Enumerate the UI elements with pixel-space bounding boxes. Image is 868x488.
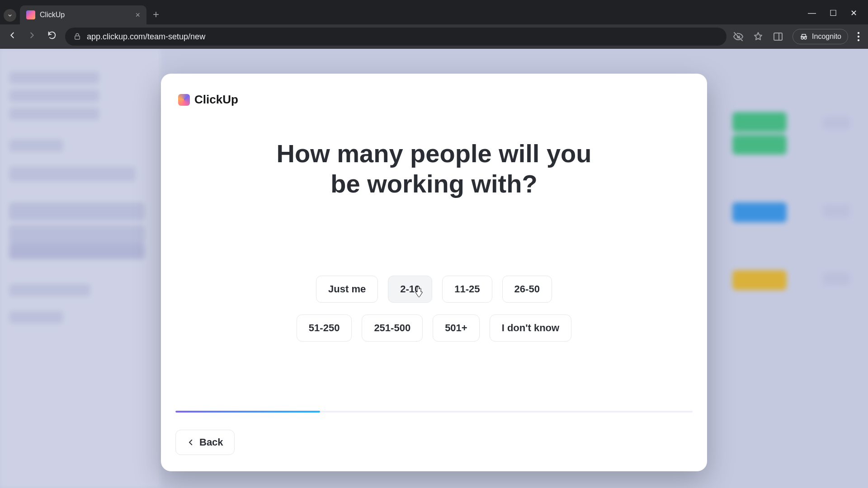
choice-51-250[interactable]: 51-250	[297, 314, 352, 342]
browser-tab[interactable]: ClickUp ×	[20, 5, 146, 24]
incognito-badge[interactable]: Incognito	[793, 29, 848, 44]
incognito-label: Incognito	[812, 33, 841, 41]
minimize-button[interactable]: —	[808, 8, 816, 18]
question-title: How many people will you be working with…	[262, 138, 606, 199]
maximize-button[interactable]: ☐	[830, 8, 837, 18]
star-icon[interactable]	[753, 31, 764, 42]
choice-26-50[interactable]: 26-50	[502, 276, 552, 303]
nav-forward-button[interactable]	[25, 30, 39, 43]
eye-off-icon[interactable]	[733, 31, 744, 42]
nav-back-button[interactable]	[5, 30, 19, 43]
chevron-left-icon	[187, 438, 195, 446]
choice-grid: Just me 2-10 11-25 26-50 51-250 251-500 …	[175, 276, 693, 342]
choice-2-10[interactable]: 2-10	[388, 276, 432, 303]
arrow-right-icon	[27, 30, 37, 40]
page-viewport: ClickUp How many people will you be work…	[0, 49, 868, 488]
close-tab-button[interactable]: ×	[135, 11, 140, 19]
onboarding-modal: ClickUp How many people will you be work…	[161, 74, 707, 471]
close-window-button[interactable]: ✕	[850, 8, 857, 18]
choice-row-2: 51-250 251-500 501+ I don't know	[297, 314, 571, 342]
browser-titlebar: ClickUp × + — ☐ ✕	[0, 0, 868, 24]
svg-rect-1	[774, 33, 782, 40]
choice-just-me[interactable]: Just me	[316, 276, 378, 303]
progress-fill	[175, 411, 320, 413]
site-info-icon[interactable]	[73, 33, 81, 41]
tab-search-button[interactable]	[4, 9, 16, 22]
choice-11-25[interactable]: 11-25	[442, 276, 492, 303]
window-controls: — ☐ ✕	[808, 8, 868, 24]
choice-dont-know[interactable]: I don't know	[490, 314, 571, 342]
incognito-icon	[799, 32, 808, 41]
brand: ClickUp	[178, 93, 693, 107]
reload-button[interactable]	[45, 30, 59, 43]
back-label: Back	[199, 436, 223, 448]
choice-row-1: Just me 2-10 11-25 26-50	[316, 276, 552, 303]
svg-rect-0	[75, 36, 80, 40]
browser-toolbar: app.clickup.com/team-setup/new Incognito	[0, 24, 868, 49]
url-text: app.clickup.com/team-setup/new	[87, 32, 205, 42]
chevron-down-icon	[7, 12, 13, 19]
svg-point-4	[858, 39, 859, 41]
reload-icon	[47, 30, 57, 40]
brand-name: ClickUp	[194, 93, 238, 107]
tab-title: ClickUp	[40, 11, 131, 19]
favicon-icon	[26, 10, 35, 19]
kebab-menu-icon[interactable]	[857, 32, 860, 42]
address-bar[interactable]: app.clickup.com/team-setup/new	[65, 28, 726, 46]
brand-logo-icon	[178, 94, 190, 106]
progress-bar	[175, 411, 693, 413]
choice-251-500[interactable]: 251-500	[362, 314, 423, 342]
new-tab-button[interactable]: +	[153, 8, 159, 21]
back-button[interactable]: Back	[175, 430, 235, 455]
svg-point-2	[858, 32, 859, 34]
panel-icon[interactable]	[773, 31, 783, 42]
choice-501-plus[interactable]: 501+	[433, 314, 480, 342]
arrow-left-icon	[7, 30, 17, 40]
svg-point-3	[858, 36, 859, 38]
